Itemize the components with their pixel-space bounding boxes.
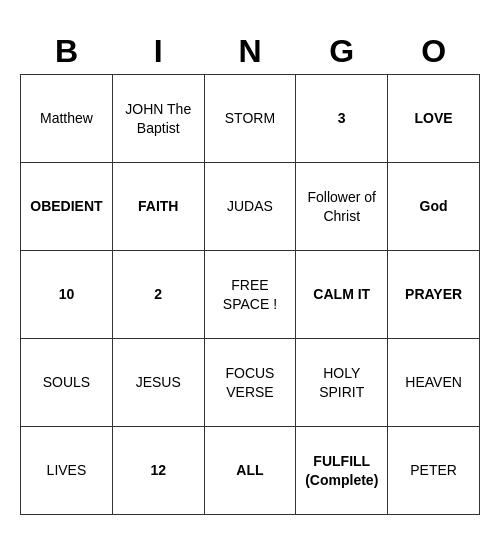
- cell-r1-c2: JUDAS: [204, 163, 296, 251]
- cell-r4-c0: LIVES: [21, 427, 113, 515]
- cell-r2-c2: FREE SPACE !: [204, 251, 296, 339]
- cell-r3-c3: HOLY SPIRIT: [296, 339, 388, 427]
- cell-r3-c4: HEAVEN: [388, 339, 480, 427]
- cell-r0-c4: LOVE: [388, 75, 480, 163]
- cell-r2-c3: CALM IT: [296, 251, 388, 339]
- header-i: I: [112, 29, 204, 75]
- cell-r4-c4: PETER: [388, 427, 480, 515]
- cell-r3-c2: FOCUS VERSE: [204, 339, 296, 427]
- header-o: O: [388, 29, 480, 75]
- table-row: MatthewJOHN The BaptistSTORM3LOVE: [21, 75, 480, 163]
- cell-r0-c1: JOHN The Baptist: [112, 75, 204, 163]
- bingo-card: B I N G O MatthewJOHN The BaptistSTORM3L…: [20, 29, 480, 515]
- table-row: 102FREE SPACE !CALM ITPRAYER: [21, 251, 480, 339]
- header-n: N: [204, 29, 296, 75]
- header-b: B: [21, 29, 113, 75]
- cell-r1-c1: FAITH: [112, 163, 204, 251]
- cell-r2-c1: 2: [112, 251, 204, 339]
- cell-r0-c0: Matthew: [21, 75, 113, 163]
- cell-r4-c2: ALL: [204, 427, 296, 515]
- cell-r0-c2: STORM: [204, 75, 296, 163]
- cell-r3-c0: SOULS: [21, 339, 113, 427]
- table-row: OBEDIENTFAITHJUDASFollower of ChristGod: [21, 163, 480, 251]
- cell-r1-c4: God: [388, 163, 480, 251]
- bingo-body: MatthewJOHN The BaptistSTORM3LOVEOBEDIEN…: [21, 75, 480, 515]
- cell-r4-c1: 12: [112, 427, 204, 515]
- table-row: LIVES12ALLFULFILL (Complete)PETER: [21, 427, 480, 515]
- cell-r1-c0: OBEDIENT: [21, 163, 113, 251]
- table-row: SOULSJESUSFOCUS VERSEHOLY SPIRITHEAVEN: [21, 339, 480, 427]
- cell-r2-c4: PRAYER: [388, 251, 480, 339]
- bingo-header: B I N G O: [21, 29, 480, 75]
- cell-r1-c3: Follower of Christ: [296, 163, 388, 251]
- cell-r3-c1: JESUS: [112, 339, 204, 427]
- header-g: G: [296, 29, 388, 75]
- cell-r4-c3: FULFILL (Complete): [296, 427, 388, 515]
- cell-r2-c0: 10: [21, 251, 113, 339]
- cell-r0-c3: 3: [296, 75, 388, 163]
